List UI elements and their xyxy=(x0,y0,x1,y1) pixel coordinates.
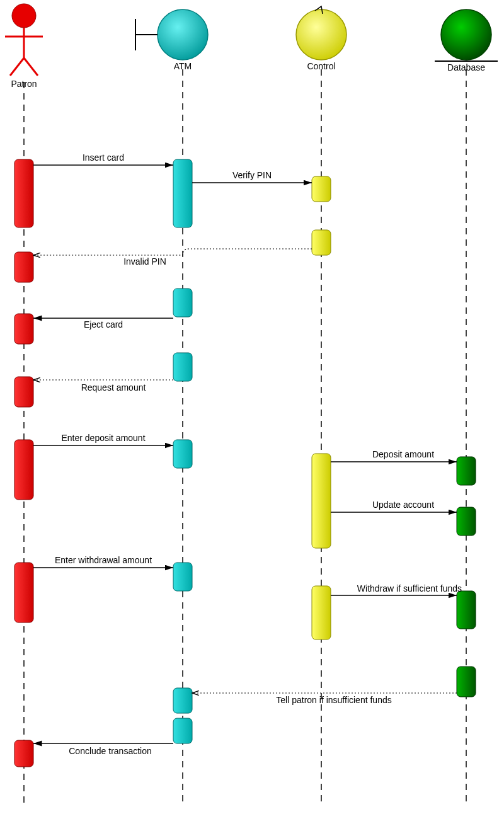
svg-point-0 xyxy=(12,4,36,28)
activation-control-1 xyxy=(312,176,331,202)
activation-atm-5 xyxy=(173,563,192,591)
activation-db-1 xyxy=(457,457,476,485)
activation-control-2 xyxy=(312,230,331,255)
actor-database-icon xyxy=(435,9,498,61)
msg-invalid-pin xyxy=(33,249,312,255)
msg-verify-pin-label: Verify PIN xyxy=(232,170,272,180)
msg-conclude-label: Conclude transaction xyxy=(69,746,152,756)
msg-deposit-amount-label: Deposit amount xyxy=(372,449,434,459)
activation-control-3 xyxy=(312,454,331,548)
actor-patron-icon xyxy=(5,4,43,76)
svg-point-5 xyxy=(158,9,208,60)
activation-patron-6 xyxy=(14,563,33,622)
activation-atm-6 xyxy=(173,688,192,713)
activation-atm-2 xyxy=(173,289,192,317)
activation-atm-4 xyxy=(173,440,192,468)
actor-atm-icon xyxy=(135,9,208,60)
svg-point-9 xyxy=(441,9,491,60)
activation-patron-5 xyxy=(14,440,33,500)
svg-line-4 xyxy=(24,58,38,76)
msg-update-account-label: Update account xyxy=(372,500,434,510)
activation-patron-2 xyxy=(14,252,33,282)
msg-request-amount-label: Request amount xyxy=(81,382,146,393)
actor-atm-label: ATM xyxy=(174,61,192,71)
msg-insufficient-label: Tell patron if insufficient funds xyxy=(276,695,391,705)
actor-control-icon xyxy=(296,6,346,60)
activation-atm-3 xyxy=(173,353,192,381)
msg-enter-withdrawal-label: Enter withdrawal amount xyxy=(55,555,152,565)
msg-insert-card-label: Insert card xyxy=(83,152,124,163)
activation-patron-4 xyxy=(14,377,33,407)
activation-db-2 xyxy=(457,507,476,536)
actor-database-label: Database xyxy=(447,62,485,72)
msg-enter-deposit-label: Enter deposit amount xyxy=(61,433,145,443)
actor-control-label: Control xyxy=(307,61,335,71)
svg-line-3 xyxy=(10,58,24,76)
msg-eject-card-label: Eject card xyxy=(84,319,123,330)
msg-invalid-pin-label: Invalid PIN xyxy=(123,256,166,267)
msg-withdraw-label: Withdraw if sufficient funds xyxy=(357,583,462,593)
activation-atm-1 xyxy=(173,159,192,227)
actor-patron-label: Patron xyxy=(11,79,37,89)
svg-point-8 xyxy=(296,9,346,60)
activation-db-3 xyxy=(457,591,476,629)
activation-patron-1 xyxy=(14,159,33,227)
activation-patron-3 xyxy=(14,314,33,344)
activation-db-4 xyxy=(457,667,476,697)
activation-control-4 xyxy=(312,586,331,639)
activation-atm-7 xyxy=(173,718,192,743)
activation-patron-7 xyxy=(14,740,33,767)
